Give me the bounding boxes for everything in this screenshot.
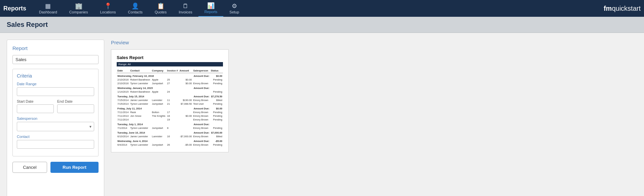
section-title-6: Wednesday, June 4, 2014: [117, 138, 193, 143]
table-row: 2/10/2016Tyrion LannisterJumpstart27$0.0…: [117, 82, 223, 85]
table-cell: Jumpstart: [151, 143, 166, 147]
nav-item-dashboard[interactable]: ▦Dashboard: [33, 0, 63, 17]
nav-item-label-reports: Reports: [204, 10, 218, 14]
nav-item-label-dashboard: Dashboard: [39, 10, 57, 14]
nav-item-contacts[interactable]: 👤Contacts: [122, 0, 149, 17]
table-cell: 7/15/2014: [117, 102, 129, 106]
table-cell: Emory Brown: [193, 98, 210, 102]
table-cell: Jumpstart: [151, 126, 166, 130]
table-row: 6/10/2014Jamie LannisterLannister16-$7,0…: [117, 135, 223, 138]
preview-th-invoice-#: Invoice #: [166, 68, 179, 73]
end-date-label: End Date: [57, 99, 94, 103]
report-name-input[interactable]: [12, 55, 99, 64]
section-header-2: Tuesday, July 15, 2014Amount Due:$7,278.…: [117, 94, 223, 98]
table-row: 7/11/2014RaskBolton17Emory BrownPending: [117, 110, 223, 114]
table-cell: [179, 90, 193, 94]
section-amount-due-label-0: Amount Due:: [193, 73, 210, 78]
table-cell: Pending: [210, 114, 223, 118]
table-cell: $190.00: [179, 98, 193, 102]
section-amount-due-value-0: $0.00: [210, 73, 223, 78]
section-title-5: Tuesday, June 10, 2014: [117, 130, 193, 135]
table-cell: 19: [166, 118, 179, 121]
cancel-button[interactable]: Cancel: [12, 162, 47, 173]
nav-item-invoices[interactable]: 🗒Invoices: [173, 0, 198, 17]
salesperson-label: Salesperson: [17, 116, 94, 120]
table-cell: 6/10/2014: [117, 135, 129, 138]
preview-th-status: Status: [210, 68, 223, 73]
table-cell: -$7,000.00: [179, 135, 193, 138]
table-cell: 16: [166, 135, 179, 138]
table-cell: Jumpstart: [151, 82, 166, 85]
nav-logo-fm: fm: [604, 5, 612, 12]
section-title-3: Friday, July 11, 2014: [117, 106, 193, 110]
section-amount-due-value-2: $7,278.50: [210, 94, 223, 98]
nav-item-icon-dashboard: ▦: [45, 3, 51, 9]
table-cell: Pending: [210, 82, 223, 85]
table-cell: Tyrion Lannister: [129, 143, 151, 147]
preview-th-salesperson: Salesperson: [193, 68, 210, 73]
table-cell: 24: [166, 90, 179, 94]
nav-item-reports[interactable]: 📊Reports: [198, 0, 224, 17]
table-cell: [179, 126, 193, 130]
section-amount-due-value-3: $0.00: [210, 106, 223, 110]
nav-item-locations[interactable]: 📍Locations: [94, 0, 122, 17]
table-cell: Jamie Lannister: [129, 135, 151, 138]
nav-item-companies[interactable]: 🏢Companies: [63, 0, 94, 17]
date-range-row: Start Date End Date: [17, 99, 94, 113]
table-cell: $0.00: [179, 82, 193, 85]
preview-box: Sales Report Range: All DateContactCompa…: [111, 49, 229, 152]
end-date-input[interactable]: [57, 104, 94, 113]
table-cell: Pending: [210, 110, 223, 114]
table-cell: Lannister: [151, 135, 166, 138]
table-cell: [193, 78, 210, 82]
table-cell: Robert Baratheon: [129, 90, 151, 94]
table-cell: [151, 118, 166, 121]
preview-th-contact: Contact: [129, 68, 151, 73]
run-report-button[interactable]: Run Report: [50, 162, 99, 173]
salesperson-select[interactable]: [17, 122, 94, 131]
table-cell: Pending: [210, 102, 223, 106]
section-header-6: Wednesday, June 4, 2014Amount Due:-$5.00: [117, 138, 223, 143]
table-cell: Emory Brown: [193, 135, 210, 138]
section-header-1: Wednesday, January 14, 2015Amount Due:: [117, 85, 223, 90]
start-date-input[interactable]: [17, 104, 54, 113]
preview-title: Preview: [111, 40, 637, 45]
nav-item-icon-reports: 📊: [207, 3, 215, 9]
table-cell: Jon Snow: [129, 114, 151, 118]
nav-items: ▦Dashboard🏢Companies📍Locations👤Contacts📋…: [33, 0, 604, 17]
table-cell: Pending: [210, 118, 223, 121]
table-cell: Pending: [210, 90, 223, 94]
table-cell: 27: [166, 82, 179, 85]
end-date-col: End Date: [57, 99, 94, 113]
button-row: Cancel Run Report: [12, 162, 99, 173]
table-row: 7/15/2014Tyrion LannisterJumpstart21$7,0…: [117, 102, 223, 106]
table-cell: [179, 110, 193, 114]
table-cell: Bolton: [151, 110, 166, 114]
contact-label: Contact: [17, 135, 94, 139]
table-cell: 25: [166, 78, 179, 82]
date-range-input[interactable]: [17, 87, 94, 96]
table-cell: $0.00: [179, 78, 193, 82]
table-cell: Tyrion Lannister: [129, 126, 151, 130]
contact-input[interactable]: [17, 140, 94, 149]
table-row: 7/11/201419Emory BrownPending: [117, 118, 223, 121]
main-content: Report Criteria Date Range Start Date En…: [0, 33, 644, 196]
section-header-4: Tuesday, July 1, 2014Amount Due:: [117, 121, 223, 126]
nav-item-icon-locations: 📍: [104, 3, 112, 9]
nav-item-label-locations: Locations: [100, 10, 116, 14]
section-header-0: Wednesday, February 10, 2016Amount Due:$…: [117, 73, 223, 78]
table-cell: 18: [166, 114, 179, 118]
nav-item-setup[interactable]: ⚙Setup: [223, 0, 245, 17]
table-cell: Pending: [210, 143, 223, 147]
nav-item-icon-companies: 🏢: [75, 3, 82, 9]
table-cell: Billed: [210, 98, 223, 102]
table-row: 7/15/2014Jamie LannisterLannister11$190.…: [117, 98, 223, 102]
table-cell: Tyrion Lannister: [129, 102, 151, 106]
nav-item-quotes[interactable]: 📋Quotes: [149, 0, 173, 17]
table-cell: 11: [166, 98, 179, 102]
table-cell: Emory Brown: [193, 143, 210, 147]
preview-table-header-row: DateContactCompanyInvoice #AmountSalespe…: [117, 68, 223, 73]
table-row: 6/4/2014Tyrion LannisterJumpstart26-$5.0…: [117, 143, 223, 147]
table-cell: $0.00: [179, 114, 193, 118]
section-header-5: Tuesday, June 10, 2014Amount Due:$7,000.…: [117, 130, 223, 135]
